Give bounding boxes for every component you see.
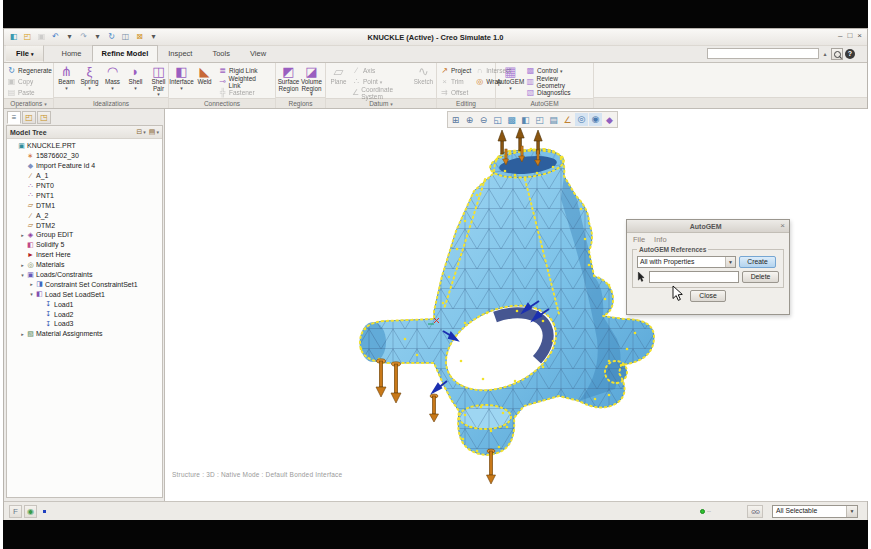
diagnostics-button[interactable]: ▧Diagnostics▾ xyxy=(524,87,592,98)
regenerate-button[interactable]: ↻Regenerate▾ xyxy=(5,65,59,76)
spin-center-button[interactable]: ◎ xyxy=(575,113,588,126)
ribbon-group-regions: ◩Surface Region▾◪Volume Region▾ Regions xyxy=(276,63,326,108)
group-label-operations[interactable]: Operations▾ xyxy=(4,98,53,108)
tree-item-materials[interactable]: ▸◎Materials xyxy=(7,260,162,270)
shell-pair-button[interactable]: ◫Shell Pair▾ xyxy=(147,64,170,97)
sketch-icon: ∿ xyxy=(418,65,429,79)
tab-refine-model[interactable]: Refine Model xyxy=(92,45,159,62)
tree-item-load3[interactable]: ↧Load3 xyxy=(7,319,162,329)
restore-button[interactable]: □ xyxy=(847,31,852,40)
project-button[interactable]: ↗Project xyxy=(438,65,473,76)
help-icon[interactable]: ? xyxy=(845,49,855,59)
copy-button[interactable]: ▣Copy▾ xyxy=(5,76,59,87)
tree-item-material-assignments[interactable]: ▸▧Material Assignments xyxy=(7,329,162,339)
favorites-tab[interactable]: ◳ xyxy=(37,111,51,124)
dialog-close-button[interactable]: Close xyxy=(690,290,726,302)
intersect-button[interactable]: ∩Intersect xyxy=(473,65,513,76)
model-tree-tab[interactable]: ≡ xyxy=(7,111,21,124)
coordinate-system-button[interactable]: ∠Coordinate System▾ xyxy=(350,87,412,98)
orientation-mode-button[interactable]: ◉ xyxy=(589,113,602,126)
tree-item-constraint-set[interactable]: ▸◨Constraint Set ConstraintSet1 xyxy=(7,279,162,289)
repaint-button[interactable]: ▩ xyxy=(505,113,518,126)
chevron-down-icon[interactable]: ▼ xyxy=(725,257,735,267)
zoom-window-button[interactable]: ⊞ xyxy=(449,113,462,126)
file-menu-button[interactable]: File ▾ xyxy=(6,45,44,62)
weighted-link-button[interactable]: ⊸Weighted Link▾ xyxy=(216,76,274,87)
minimize-button[interactable]: – xyxy=(838,31,842,40)
fastener-icon: ╬ xyxy=(218,88,227,97)
datum-display-button[interactable]: ∠ xyxy=(561,113,574,126)
plane-button[interactable]: ▱Plane▾ xyxy=(327,64,350,98)
autogem-references-label: AutoGEM References xyxy=(637,246,708,253)
view-manager-button[interactable]: ▤ xyxy=(547,113,560,126)
tree-item-load-set[interactable]: ▾◧Load Set LoadSet1 xyxy=(7,289,162,299)
title-bar: ◧◰▣↶▾↷▾↻◫⊠▾ KNUCKLE (Active) - Creo Simu… xyxy=(4,29,867,46)
dialog-menu-info[interactable]: Info xyxy=(654,235,667,244)
arm-load-pins xyxy=(376,359,401,403)
axis-button[interactable]: ∕Axis▾ xyxy=(350,65,412,76)
weld-button[interactable]: ◣Weld▾ xyxy=(193,64,216,98)
tab-home[interactable]: Home xyxy=(52,45,92,62)
tree-item-solidify5[interactable]: ◧Solidify 5 xyxy=(7,240,162,250)
tree-item-a1[interactable]: ∕A_1 xyxy=(7,171,162,181)
zoom-in-button[interactable]: ⊕ xyxy=(463,113,476,126)
tree-item-import-feature[interactable]: ◆Import Feature id 4 xyxy=(7,161,162,171)
tree-item-knuckle-prt[interactable]: ▣KNUCKLE.PRT xyxy=(7,141,162,151)
interface-button[interactable]: ◧Interface▾ xyxy=(170,64,193,98)
selection-filter-combobox[interactable]: All Selectable ▼ xyxy=(772,505,858,518)
folder-browser-tab[interactable]: ◰ xyxy=(22,111,36,124)
tree-item-pnt1[interactable]: ∴PNT1 xyxy=(7,190,162,200)
delete-button[interactable]: Delete xyxy=(742,271,779,283)
dialog-menu-file[interactable]: File xyxy=(633,235,645,244)
tree-item-a2[interactable]: ∕A_2 xyxy=(7,210,162,220)
surface-region-button[interactable]: ◩Surface Region▾ xyxy=(277,64,300,97)
folder-icon: ◰ xyxy=(25,113,33,122)
chevron-down-icon: ▾ xyxy=(31,51,34,57)
display-style-button[interactable]: ◧ xyxy=(519,113,532,126)
tree-item-loads-constraints[interactable]: ▾▣Loads/Constraints xyxy=(7,270,162,280)
tree-item-load1[interactable]: ↧Load1 xyxy=(7,299,162,309)
autogem-dialog-titlebar[interactable]: AutoGEM × xyxy=(627,220,789,233)
geometry-filter-button[interactable]: F xyxy=(9,505,22,518)
search-icon[interactable] xyxy=(831,48,843,60)
tree-filter-button[interactable]: ▤▾ xyxy=(149,128,159,136)
tree-item-dtm2[interactable]: ▱DTM2 xyxy=(7,220,162,230)
tab-view[interactable]: View xyxy=(240,45,276,62)
tab-tools[interactable]: Tools xyxy=(202,45,240,62)
mass-button[interactable]: ◠Mass▾ xyxy=(101,64,124,97)
references-combobox[interactable]: All with Properties ▼ xyxy=(637,256,736,268)
refit-button[interactable]: ◱ xyxy=(491,113,504,126)
tree-item-group-edit[interactable]: ▸◈Group EDIT xyxy=(7,230,162,240)
simulation-display-button[interactable]: ◆ xyxy=(603,113,616,126)
tree-item-insert-here[interactable]: ►Insert Here xyxy=(7,250,162,260)
tree-item-15876602-30[interactable]: ∗15876602_30 xyxy=(7,151,162,161)
shell-button[interactable]: ◗Shell▾ xyxy=(124,64,147,97)
tree-item-dtm1[interactable]: ▱DTM1 xyxy=(7,200,162,210)
references-collector-input[interactable] xyxy=(649,271,739,283)
command-search-input[interactable] xyxy=(707,48,819,59)
fastener-button[interactable]: ╬Fastener▾ xyxy=(216,87,274,98)
review-geometry-button[interactable]: ▥Review Geometry▾ xyxy=(524,76,592,87)
tree-item-pnt0[interactable]: ∴PNT0 xyxy=(7,181,162,191)
offset-button[interactable]: ⇉Offset xyxy=(438,87,473,98)
paste-button[interactable]: ▤Paste▾ xyxy=(5,87,59,98)
dialog-close-icon[interactable]: × xyxy=(780,221,785,231)
datum-display-icon: ∠ xyxy=(563,115,571,125)
web-browser-button[interactable]: ◉ xyxy=(24,505,37,518)
create-button[interactable]: Create xyxy=(739,256,776,268)
volume-region-button[interactable]: ◪Volume Region▾ xyxy=(300,64,323,97)
tree-settings-button[interactable]: ⊟▾ xyxy=(136,128,145,136)
close-button[interactable]: × xyxy=(857,31,862,40)
spring-button[interactable]: ξSpring▾ xyxy=(78,64,101,97)
tab-inspect[interactable]: Inspect xyxy=(158,45,202,62)
zoom-out-button[interactable]: ⊖ xyxy=(477,113,490,126)
group-label-regions: Regions xyxy=(276,97,325,108)
tree-item-load2[interactable]: ↧Load2 xyxy=(7,309,162,319)
find-button[interactable]: ⊙⊙ xyxy=(747,505,763,518)
collapse-ribbon-icon[interactable]: ▴ xyxy=(821,50,829,57)
trim-button[interactable]: ×Trim xyxy=(438,76,473,87)
chevron-down-icon[interactable]: ▼ xyxy=(846,506,857,517)
ribbon-group-datum: ▱Plane▾ ∕Axis▾∴Point▾∠Coordinate System▾… xyxy=(326,63,437,108)
sketch-button[interactable]: ∿Sketch▾ xyxy=(412,64,435,98)
saved-orientations-button[interactable]: ◰ xyxy=(533,113,546,126)
